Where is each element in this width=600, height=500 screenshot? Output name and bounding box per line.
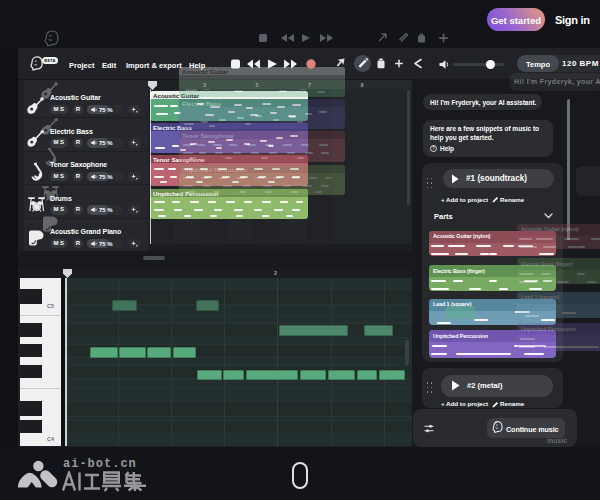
svg-text:?: ? <box>432 146 435 151</box>
